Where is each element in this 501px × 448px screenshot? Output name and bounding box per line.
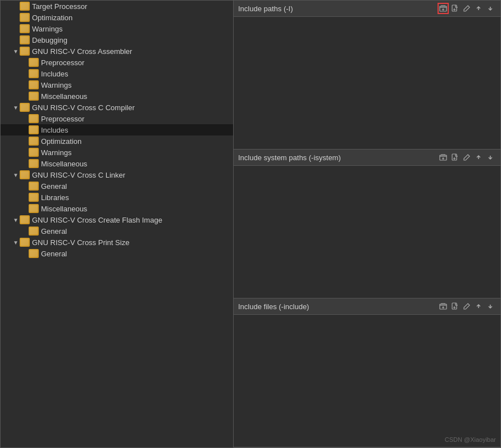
tree-label: GNU RISC-V Cross C Linker xyxy=(32,171,125,179)
include-paths-edit-btn[interactable] xyxy=(461,3,472,14)
tree-label: General xyxy=(41,250,67,258)
arrow-spacer xyxy=(21,60,29,66)
sidebar-item-miscellaneous-3[interactable]: Miscellaneous xyxy=(1,203,233,214)
include-paths-toolbar xyxy=(438,3,496,14)
sidebar-item-gnu-c-linker[interactable]: ▼ GNU RISC-V Cross C Linker xyxy=(1,169,233,180)
include-files-up-btn[interactable] xyxy=(473,301,484,312)
tree-label: Target Processor xyxy=(32,2,87,11)
arrow-spacer xyxy=(21,138,29,144)
sidebar-item-warnings-2[interactable]: Warnings xyxy=(1,79,233,90)
tree-label: Miscellaneous xyxy=(41,205,87,213)
gnu-assembler-icon xyxy=(20,47,30,56)
sidebar-item-optimization-1[interactable]: Optimization xyxy=(1,12,233,23)
miscellaneous-2-icon xyxy=(29,159,39,168)
right-panel-wrapper: Include paths (-I) xyxy=(234,1,500,447)
miscellaneous-3-icon xyxy=(29,204,39,213)
arrow-spacer xyxy=(21,194,29,201)
include-files-down-btn[interactable] xyxy=(485,301,496,312)
sidebar-item-preprocessor-1[interactable]: Preprocessor xyxy=(1,57,233,68)
sidebar-item-preprocessor-2[interactable]: Preprocessor xyxy=(1,113,233,124)
include-files-section: Include files (-include) xyxy=(234,298,500,447)
sidebar-item-includes-1[interactable]: Includes xyxy=(1,68,233,79)
tree-label: Includes xyxy=(41,126,68,134)
watermark: CSDN @Xiaoyibar xyxy=(445,436,496,443)
arrow-spacer xyxy=(12,3,20,10)
gnu-flash-image-icon xyxy=(20,215,30,224)
sidebar-item-target-processor[interactable]: Target Processor xyxy=(1,1,233,12)
include-system-paths-title: Include system paths (-isystem) xyxy=(238,153,341,162)
main-container: Target Processor Optimization Warnings D… xyxy=(0,0,501,448)
include-files-title: Include files (-include) xyxy=(238,302,309,311)
include-files-add-file-btn[interactable] xyxy=(449,301,461,312)
arrow-spacer xyxy=(21,228,29,234)
sidebar-item-general-1[interactable]: General xyxy=(1,180,233,192)
include-paths-up-btn[interactable] xyxy=(473,3,484,14)
include-system-paths-section: Include system paths (-isystem) xyxy=(234,150,500,298)
warnings-3-icon xyxy=(29,148,39,157)
includes-1-icon xyxy=(29,69,39,78)
sidebar-item-gnu-c-compiler[interactable]: ▼ GNU RISC-V Cross C Compiler xyxy=(1,102,233,113)
right-panel: Include paths (-I) xyxy=(234,1,500,447)
debugging-icon xyxy=(20,35,30,44)
include-system-down-btn[interactable] xyxy=(485,152,496,163)
include-paths-section: Include paths (-I) xyxy=(234,1,500,150)
arrow-spacer xyxy=(12,15,20,21)
left-panel: Target Processor Optimization Warnings D… xyxy=(1,1,234,447)
sidebar-item-gnu-assembler[interactable]: ▼ GNU RISC-V Cross Assembler xyxy=(1,46,233,57)
collapse-flash-arrow[interactable]: ▼ xyxy=(12,217,20,223)
collapse-assembler-arrow[interactable]: ▼ xyxy=(12,48,20,55)
include-system-edit-btn[interactable] xyxy=(461,152,472,163)
include-paths-add-file-btn[interactable] xyxy=(449,3,461,14)
target-processor-icon xyxy=(20,2,30,11)
tree-label: Warnings xyxy=(41,148,71,157)
include-files-toolbar xyxy=(438,301,496,312)
sidebar-item-miscellaneous-2[interactable]: Miscellaneous xyxy=(1,158,233,169)
include-system-add-file-btn[interactable] xyxy=(449,152,461,163)
include-paths-down-btn[interactable] xyxy=(485,3,496,14)
sidebar-item-miscellaneous-1[interactable]: Miscellaneous xyxy=(1,90,233,102)
optimization-2-icon xyxy=(29,137,39,146)
general-3-icon xyxy=(29,249,39,258)
sidebar-item-gnu-print-size[interactable]: ▼ GNU RISC-V Cross Print Size xyxy=(1,237,233,248)
sidebar-item-warnings-3[interactable]: Warnings xyxy=(1,147,233,158)
gnu-print-size-icon xyxy=(20,238,30,247)
sidebar-item-optimization-2[interactable]: Optimization xyxy=(1,135,233,147)
include-system-up-btn[interactable] xyxy=(473,152,484,163)
gnu-c-linker-icon xyxy=(20,170,30,179)
include-files-edit-btn[interactable] xyxy=(461,301,472,312)
sidebar-item-warnings-1[interactable]: Warnings xyxy=(1,23,233,34)
arrow-spacer xyxy=(21,82,29,88)
general-1-icon xyxy=(29,182,39,191)
include-paths-content xyxy=(234,17,500,149)
collapse-c-compiler-arrow[interactable]: ▼ xyxy=(12,105,20,111)
arrow-spacer xyxy=(21,251,29,257)
tree-label: Debugging xyxy=(32,36,67,44)
sidebar-item-libraries[interactable]: Libraries xyxy=(1,192,233,203)
collapse-c-linker-arrow[interactable]: ▼ xyxy=(12,172,20,178)
arrow-spacer xyxy=(21,116,29,122)
collapse-print-arrow[interactable]: ▼ xyxy=(12,239,20,246)
sidebar-item-general-3[interactable]: General xyxy=(1,248,233,259)
miscellaneous-1-icon xyxy=(29,92,39,101)
tree-label: Includes xyxy=(41,70,68,78)
include-system-paths-content xyxy=(234,166,500,298)
tree-label: Optimization xyxy=(32,13,72,22)
optimization-1-icon xyxy=(20,13,30,22)
include-system-paths-toolbar xyxy=(438,152,496,163)
include-system-add-workspace-btn[interactable] xyxy=(438,152,449,163)
warnings-2-icon xyxy=(29,80,39,89)
sidebar-item-includes-2[interactable]: Includes xyxy=(1,124,233,135)
include-paths-title: Include paths (-I) xyxy=(238,4,293,13)
tree-label: Preprocessor xyxy=(41,115,84,123)
general-2-icon xyxy=(29,227,39,236)
sidebar-item-general-2[interactable]: General xyxy=(1,225,233,237)
sidebar-item-debugging[interactable]: Debugging xyxy=(1,34,233,46)
include-files-add-workspace-btn[interactable] xyxy=(438,301,449,312)
arrow-spacer xyxy=(12,37,20,43)
include-paths-add-workspace-btn[interactable] xyxy=(438,3,449,14)
arrow-spacer xyxy=(21,127,29,133)
tree-label: GNU RISC-V Cross Assembler xyxy=(32,47,132,56)
includes-2-icon xyxy=(29,125,39,134)
tree-label: Miscellaneous xyxy=(41,92,87,101)
sidebar-item-gnu-flash-image[interactable]: ▼ GNU RISC-V Cross Create Flash Image xyxy=(1,214,233,225)
